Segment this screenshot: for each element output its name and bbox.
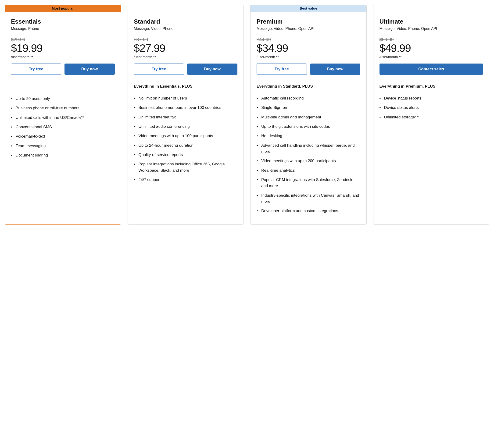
plan-per-unit: /user/month ** bbox=[134, 55, 238, 59]
plan-feature-item: Conversational SMS bbox=[11, 124, 115, 130]
plan-price: $27.99 bbox=[134, 43, 238, 53]
plan-feature-list: Up to 20 users onlyBusiness phone or tol… bbox=[11, 96, 115, 162]
plan-card-ultimate: UltimateMessage, Video, Phone, Open API$… bbox=[373, 5, 490, 225]
plan-feature-item: Up to 8-digit extensions with site codes bbox=[257, 123, 360, 130]
plan-feature-item: Video meetings with up to 100 participan… bbox=[134, 133, 238, 139]
plan-button-row: Contact sales bbox=[380, 63, 483, 75]
plan-subtitle: Message, Video, Phone, Open API bbox=[380, 27, 483, 31]
plan-feature-item: Unlimited calls within the US/Canada** bbox=[11, 115, 115, 121]
plan-feature-item: 24/7 support bbox=[134, 177, 238, 183]
plan-feature-item: Single Sign-on bbox=[257, 105, 360, 111]
plan-feature-item: Voicemail-to-text bbox=[11, 133, 115, 139]
plan-price: $19.99 bbox=[11, 43, 115, 53]
buy-now-button[interactable]: Buy now bbox=[310, 63, 360, 75]
plan-per-unit: /user/month ** bbox=[380, 55, 483, 59]
plan-card-standard: StandardMessage, Video, Phone$37.99$27.9… bbox=[128, 5, 244, 225]
contact-sales-button[interactable]: Contact sales bbox=[380, 63, 483, 75]
plan-body: PremiumMessage, Video, Phone, Open API$4… bbox=[250, 12, 366, 224]
plan-price: $49.99 bbox=[380, 43, 483, 53]
plan-body: EssentialsMessage, Phone$29.99$19.99/use… bbox=[5, 12, 121, 169]
buy-now-button[interactable]: Buy now bbox=[64, 63, 115, 75]
plan-feature-item: Popular CRM integrations with Salesforce… bbox=[257, 177, 360, 189]
plan-old-price: $37.99 bbox=[134, 37, 238, 42]
plan-subtitle: Message, Video, Phone bbox=[134, 27, 238, 31]
plan-feature-item: Up to 20 users only bbox=[11, 96, 115, 102]
plan-price: $34.99 bbox=[257, 43, 360, 53]
plan-tag: Best value bbox=[250, 5, 366, 12]
plan-button-row: Try freeBuy now bbox=[257, 63, 360, 75]
plan-old-price: $29.99 bbox=[11, 37, 115, 42]
plan-plus-heading: Everything in Essentials, PLUS bbox=[134, 84, 238, 89]
plan-feature-item: Real-time analytics bbox=[257, 168, 360, 174]
plan-subtitle: Message, Phone bbox=[11, 27, 115, 31]
plan-per-unit: /user/month ** bbox=[11, 55, 115, 59]
plan-per-unit: /user/month ** bbox=[257, 55, 360, 59]
pricing-plans: Most popularEssentialsMessage, Phone$29.… bbox=[5, 5, 489, 225]
plan-feature-item: Unlimited internet fax bbox=[134, 114, 238, 120]
plan-feature-item: Device status reports bbox=[380, 95, 483, 101]
try-free-button[interactable]: Try free bbox=[134, 63, 184, 75]
plan-feature-item: Team messaging bbox=[11, 143, 115, 149]
plan-body: UltimateMessage, Video, Phone, Open API$… bbox=[373, 12, 489, 131]
plan-feature-item: Document sharing bbox=[11, 152, 115, 158]
plan-feature-item: Industry-specific integrations with Canv… bbox=[257, 193, 360, 205]
plan-body: StandardMessage, Video, Phone$37.99$27.9… bbox=[128, 12, 244, 193]
plan-feature-item: Unlimited storage*** bbox=[380, 114, 483, 120]
plan-name: Standard bbox=[134, 18, 238, 25]
plan-feature-item: Business phone numbers in over 100 count… bbox=[134, 105, 238, 111]
plan-feature-item: Device status alerts bbox=[380, 105, 483, 111]
plan-old-price: $59.99 bbox=[380, 37, 483, 42]
plan-name: Essentials bbox=[11, 18, 115, 25]
plan-plus-heading: Everything in Standard, PLUS bbox=[257, 84, 360, 89]
plan-name: Premium bbox=[257, 18, 360, 25]
plan-feature-item: Hot desking bbox=[257, 133, 360, 139]
plan-card-essentials: Most popularEssentialsMessage, Phone$29.… bbox=[5, 5, 121, 225]
plan-feature-item: Quality-of-service reports bbox=[134, 152, 238, 158]
buy-now-button[interactable]: Buy now bbox=[187, 63, 237, 75]
plan-feature-list: No limit on number of usersBusiness phon… bbox=[134, 95, 238, 186]
plan-feature-item: Automatic call recording bbox=[257, 95, 360, 101]
plan-feature-item: Unlimited audio conferencing bbox=[134, 123, 238, 130]
plan-plus-spacer bbox=[11, 84, 115, 96]
plan-button-row: Try freeBuy now bbox=[11, 63, 115, 75]
plan-feature-item: Up to 24-hour meeting duration bbox=[134, 143, 238, 148]
plan-tag: Most popular bbox=[5, 5, 121, 12]
plan-feature-item: Business phone or toll-free numbers bbox=[11, 105, 115, 111]
plan-feature-list: Device status reportsDevice status alert… bbox=[380, 95, 483, 123]
plan-subtitle: Message, Video, Phone, Open API bbox=[257, 27, 360, 31]
try-free-button[interactable]: Try free bbox=[11, 63, 61, 75]
plan-feature-item: Video meetings with up to 200 participan… bbox=[257, 158, 360, 164]
plan-plus-heading: Everything in Premium, PLUS bbox=[380, 84, 483, 89]
try-free-button[interactable]: Try free bbox=[257, 63, 307, 75]
plan-feature-item: Popular integrations including Office 36… bbox=[134, 161, 238, 174]
plan-old-price: $44.99 bbox=[257, 37, 360, 42]
plan-feature-list: Automatic call recordingSingle Sign-onMu… bbox=[257, 95, 360, 218]
plan-feature-item: Advanced call handling including whisper… bbox=[257, 143, 360, 155]
plan-feature-item: Multi-site admin and management bbox=[257, 114, 360, 120]
plan-name: Ultimate bbox=[380, 18, 483, 25]
plan-card-premium: Best valuePremiumMessage, Video, Phone, … bbox=[250, 5, 367, 225]
plan-feature-item: Developer platform and custom integratio… bbox=[257, 208, 360, 214]
plan-feature-item: No limit on number of users bbox=[134, 95, 238, 101]
plan-button-row: Try freeBuy now bbox=[134, 63, 238, 75]
